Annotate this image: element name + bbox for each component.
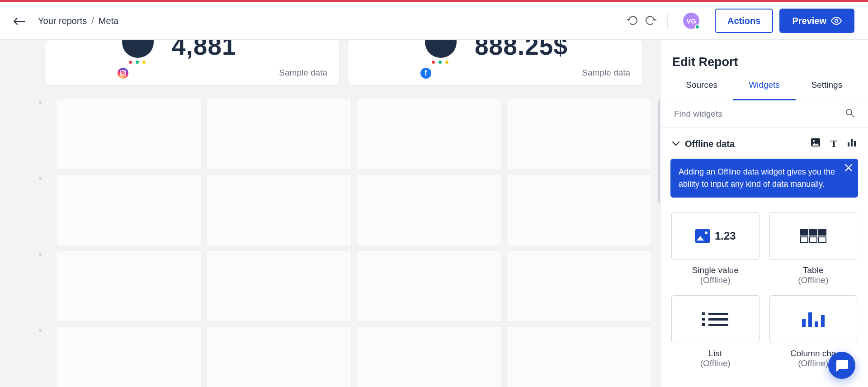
metric-card-facebook[interactable]: 888.25$ f Sample data xyxy=(348,40,642,85)
eye-icon xyxy=(831,17,842,25)
actions-button-label: Actions xyxy=(727,16,760,26)
topbar-right-cluster: VG Actions Preview xyxy=(627,9,854,33)
actions-button[interactable]: Actions xyxy=(715,9,773,33)
preview-button-label: Preview xyxy=(792,16,826,26)
close-icon[interactable] xyxy=(844,163,853,175)
svg-rect-8 xyxy=(848,142,849,146)
report-canvas[interactable]: 4,881 Sample data 888.25$ f Sample data xyxy=(0,40,665,387)
topbar: Your reports / Meta VG Actions Preview xyxy=(0,2,868,40)
svg-rect-9 xyxy=(851,139,853,146)
tab-sources[interactable]: Sources xyxy=(670,80,733,100)
grid-cell[interactable] xyxy=(506,250,652,322)
section-toolbar: T xyxy=(811,138,856,150)
donut-chart-icon xyxy=(122,40,154,58)
grid-cell[interactable] xyxy=(206,99,352,170)
panel-tabs: Sources Widgets Settings xyxy=(660,80,868,100)
svg-point-2 xyxy=(122,72,124,75)
widget-grid: 1.23 Single value (Offline) Table (Offli… xyxy=(670,212,858,368)
donut-chart-icon xyxy=(425,40,457,58)
facebook-icon: f xyxy=(420,68,431,79)
grid-cell[interactable] xyxy=(206,250,352,322)
empty-grid[interactable] xyxy=(56,99,665,387)
table-icon xyxy=(800,229,826,243)
bar-chart-icon[interactable] xyxy=(847,138,856,150)
widget-sublabel: (Offline) xyxy=(700,359,731,368)
breadcrumb-separator: / xyxy=(91,16,94,26)
image-placeholder-icon xyxy=(695,229,710,243)
grid-cell[interactable] xyxy=(56,250,202,322)
widget-list-tile[interactable] xyxy=(671,295,760,343)
svg-point-7 xyxy=(813,140,815,142)
widget-sublabel: (Offline) xyxy=(798,359,828,368)
svg-point-3 xyxy=(124,71,125,72)
grid-cell[interactable] xyxy=(356,250,502,322)
svg-rect-10 xyxy=(854,141,856,146)
widget-label: Column cha xyxy=(790,349,836,359)
metric-value: 888.25$ xyxy=(475,40,568,61)
grid-cell[interactable] xyxy=(356,99,502,170)
grid-cell[interactable] xyxy=(56,326,202,387)
tab-widgets[interactable]: Widgets xyxy=(733,80,795,100)
row-marker-icon xyxy=(39,177,42,180)
row-marker-icon xyxy=(39,101,42,104)
widget-single-value-tile[interactable]: 1.23 xyxy=(671,212,760,260)
widget-label: Single value xyxy=(692,265,739,275)
section-header-offline-data[interactable]: Offline data T xyxy=(670,128,858,154)
metric-value: 4,881 xyxy=(172,40,236,61)
chat-launcher-button[interactable] xyxy=(828,352,855,379)
svg-rect-1 xyxy=(120,71,126,76)
widget-search-row xyxy=(660,100,868,128)
widget-list: List (Offline) xyxy=(671,295,760,368)
breadcrumb-leaf[interactable]: Meta xyxy=(99,16,118,26)
tab-settings[interactable]: Settings xyxy=(796,80,858,100)
search-icon[interactable] xyxy=(845,109,854,119)
widget-label: List xyxy=(708,349,722,359)
legend-dots xyxy=(129,61,146,64)
avatar[interactable]: VG xyxy=(683,13,699,29)
grid-cell[interactable] xyxy=(206,175,352,246)
grid-cell[interactable] xyxy=(506,326,652,387)
grid-cell[interactable] xyxy=(206,326,352,387)
back-arrow-icon[interactable] xyxy=(14,14,25,28)
list-icon xyxy=(702,312,728,326)
image-icon[interactable] xyxy=(811,138,821,150)
info-banner-text: Adding an Offline data widget gives you … xyxy=(679,167,835,189)
grid-cell[interactable] xyxy=(356,326,502,387)
grid-cell[interactable] xyxy=(56,175,202,246)
instagram-icon xyxy=(118,68,128,79)
text-icon[interactable]: T xyxy=(830,138,837,150)
presence-dot-icon xyxy=(695,24,700,29)
widget-sublabel: (Offline) xyxy=(700,275,731,285)
grid-cell[interactable] xyxy=(506,175,652,246)
widget-label: Table xyxy=(803,265,823,275)
undo-icon[interactable] xyxy=(627,15,638,27)
widget-table-tile[interactable] xyxy=(769,212,858,260)
column-chart-icon xyxy=(802,311,825,327)
widget-table: Table (Offline) xyxy=(769,212,858,285)
grid-cell[interactable] xyxy=(356,175,502,246)
search-input[interactable] xyxy=(674,109,845,119)
grid-cell[interactable] xyxy=(506,99,652,170)
grid-cell[interactable] xyxy=(56,99,202,170)
edit-report-panel: Edit Report Sources Widgets Settings Off… xyxy=(660,40,868,387)
svg-point-4 xyxy=(846,109,852,115)
widget-column-chart-tile[interactable] xyxy=(769,295,858,343)
breadcrumb: Your reports / Meta xyxy=(38,16,118,26)
chat-icon xyxy=(835,359,849,372)
vertical-divider xyxy=(667,13,668,29)
sample-data-label: Sample data xyxy=(582,68,630,78)
row-marker-icon xyxy=(39,253,42,256)
avatar-initials: VG xyxy=(686,17,696,25)
svg-line-5 xyxy=(851,114,854,117)
row-marker-icon xyxy=(39,329,42,332)
widget-sublabel: (Offline) xyxy=(798,275,828,285)
redo-icon[interactable] xyxy=(645,15,656,27)
single-value-sample: 1.23 xyxy=(715,230,736,242)
sample-data-label: Sample data xyxy=(279,68,327,78)
svg-point-0 xyxy=(835,19,838,22)
metric-card-instagram[interactable]: 4,881 Sample data xyxy=(45,40,339,85)
preview-button[interactable]: Preview xyxy=(779,9,854,33)
section-title: Offline data xyxy=(685,139,735,149)
legend-dots xyxy=(432,61,448,64)
breadcrumb-root[interactable]: Your reports xyxy=(38,16,87,26)
